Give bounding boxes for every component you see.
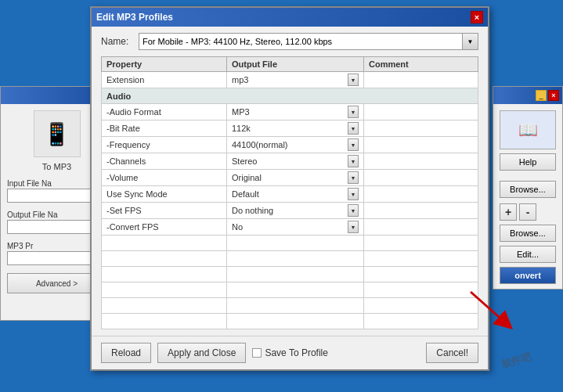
table-header-row: Property Output File Comment: [102, 57, 478, 72]
col-property: Property: [102, 57, 227, 72]
help-button[interactable]: Help: [500, 153, 556, 171]
value-cell: Original ▼: [232, 171, 359, 184]
value-cell: Default ▼: [232, 188, 359, 200]
apply-close-button[interactable]: Apply and Close: [157, 343, 246, 363]
table-row: -Bit Rate 112k ▼: [102, 120, 478, 137]
property-cell: -Channels: [102, 153, 227, 170]
value-cell-td: Default ▼: [227, 186, 364, 203]
reload-button[interactable]: Reload: [101, 343, 151, 363]
empty-cell-prop: [102, 282, 227, 298]
value-cell: MP3 ▼: [232, 106, 359, 118]
right-panel-buttons: 📖 Help Browse... + - Browse... Edit... o…: [493, 104, 562, 290]
property-cell: -Audio Format: [102, 104, 227, 120]
empty-cell-val: [227, 236, 364, 251]
edit-button[interactable]: Edit...: [500, 246, 556, 263]
table-row: -Audio Format MP3 ▼: [102, 104, 478, 120]
value-dropdown-button[interactable]: ▼: [348, 221, 359, 233]
watermark: 软件吧: [469, 329, 563, 392]
value-dropdown-button[interactable]: ▼: [348, 155, 359, 167]
browse-button-1[interactable]: Browse...: [500, 181, 556, 198]
empty-cell-comment: [364, 314, 478, 329]
empty-cell-prop: [102, 298, 227, 314]
watermark-text: 软件吧: [500, 350, 532, 371]
value-dropdown-button[interactable]: ▼: [348, 188, 359, 200]
empty-cell-val: [227, 298, 364, 314]
comment-cell: [364, 104, 478, 120]
save-to-profile-checkbox[interactable]: [252, 348, 262, 358]
convert-button[interactable]: onvert: [500, 267, 556, 284]
edit-mp3-profiles-dialog: Edit MP3 Profiles × Name: ▼ Property Out…: [90, 6, 489, 371]
col-output-file: Output File: [227, 57, 364, 72]
value-cell-td: Stereo ▼: [227, 153, 364, 170]
value-text: Do nothing: [232, 206, 346, 215]
value-cell-td: 44100(normal) ▼: [227, 137, 364, 153]
col-comment: Comment: [364, 57, 478, 72]
value-dropdown-button[interactable]: ▼: [348, 74, 359, 86]
empty-cell-comment: [364, 282, 478, 298]
value-dropdown-button[interactable]: ▼: [348, 122, 359, 135]
table-row: [102, 314, 478, 329]
value-cell-td: No ▼: [227, 219, 364, 236]
comment-cell: [364, 72, 478, 88]
table-row: [102, 267, 478, 282]
value-cell-td: MP3 ▼: [227, 104, 364, 120]
name-dropdown-button[interactable]: ▼: [463, 33, 478, 50]
value-text: 112k: [232, 124, 346, 133]
value-text: Stereo: [232, 156, 346, 166]
table-row: -Volume Original ▼: [102, 170, 478, 186]
value-cell: 44100(normal) ▼: [232, 138, 359, 151]
save-to-profile-label: Save To Profile: [265, 347, 328, 358]
empty-cell-prop: [102, 251, 227, 267]
comment-cell: [364, 153, 478, 170]
empty-cell-comment: [364, 267, 478, 282]
name-row: Name: ▼: [101, 33, 478, 50]
comment-cell: [364, 120, 478, 137]
value-text: Default: [232, 189, 346, 199]
property-cell: -Volume: [102, 170, 227, 186]
help-icon: 📖: [500, 110, 556, 149]
comment-cell: [364, 170, 478, 186]
table-row: [102, 251, 478, 267]
value-cell-td: Original ▼: [227, 170, 364, 186]
empty-cell-comment: [364, 251, 478, 267]
property-cell: Extension: [102, 72, 227, 88]
section-header-cell: Audio: [102, 88, 478, 104]
plus-minus-group: + -: [500, 203, 536, 221]
table-row: -Channels Stereo ▼: [102, 153, 478, 170]
value-dropdown-button[interactable]: ▼: [348, 106, 359, 118]
name-label: Name:: [101, 36, 132, 47]
property-cell: -Bit Rate: [102, 120, 227, 137]
table-row: [102, 298, 478, 314]
empty-cell-val: [227, 282, 364, 298]
empty-cell-val: [227, 314, 364, 329]
table-row: Use Sync Mode Default ▼: [102, 186, 478, 203]
minus-button[interactable]: -: [519, 203, 536, 221]
empty-cell-prop: [102, 314, 227, 329]
table-row: [102, 236, 478, 251]
browse-button-2[interactable]: Browse...: [500, 225, 556, 242]
value-dropdown-button[interactable]: ▼: [348, 138, 359, 151]
to-mp3-icon: 📱: [34, 110, 81, 157]
properties-table: Property Output File Comment Extension m…: [101, 56, 478, 329]
value-dropdown-button[interactable]: ▼: [348, 171, 359, 184]
property-cell: -Set FPS: [102, 203, 227, 219]
table-row: Extension mp3 ▼: [102, 72, 478, 88]
close-button-right[interactable]: ×: [548, 90, 559, 101]
value-dropdown-button[interactable]: ▼: [348, 204, 359, 217]
plus-button[interactable]: +: [500, 203, 517, 221]
save-to-profile-wrap: Save To Profile: [252, 347, 420, 358]
right-panel: _ × 📖 Help Browse... + - Browse... Edit.…: [493, 86, 563, 290]
dialog-titlebar: Edit MP3 Profiles ×: [92, 8, 488, 27]
dialog-close-button[interactable]: ×: [471, 11, 483, 23]
empty-cell-val: [227, 267, 364, 282]
empty-cell-val: [227, 251, 364, 267]
to-mp3-label: To MP3: [42, 162, 71, 171]
empty-cell-prop: [102, 236, 227, 251]
value-text: No: [232, 222, 346, 232]
value-text: MP3: [232, 107, 346, 117]
dialog-title: Edit MP3 Profiles: [96, 12, 173, 23]
profile-name-input[interactable]: [139, 33, 463, 50]
name-input-wrap: ▼: [139, 33, 478, 50]
value-cell: mp3 ▼: [232, 74, 359, 86]
minimize-button[interactable]: _: [536, 90, 547, 101]
